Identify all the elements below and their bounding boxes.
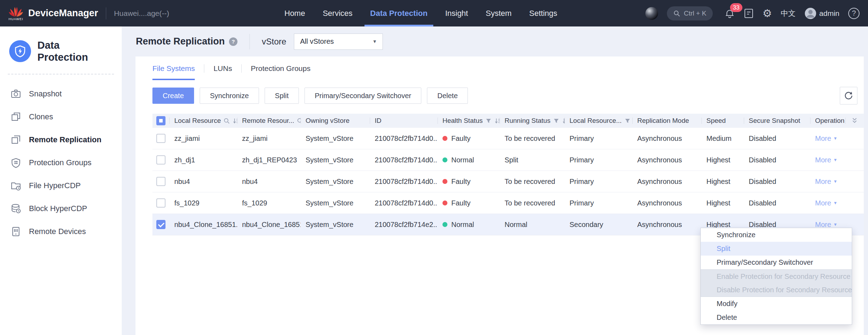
col-running-status: Running Status bbox=[505, 117, 550, 125]
search-icon[interactable] bbox=[297, 118, 301, 124]
table-row[interactable]: zz_jiami zz_jiami System_vStore 210078cf… bbox=[152, 128, 864, 149]
row-checkbox[interactable] bbox=[156, 177, 165, 186]
nav-data-protection[interactable]: Data Protection bbox=[370, 0, 428, 26]
health-status-dot bbox=[442, 179, 447, 184]
cell-owning-vstore: System_vStore bbox=[301, 134, 370, 143]
menu-item-enable-protection: Enable Protection for Secondary Resource bbox=[701, 269, 852, 283]
health-status-dot bbox=[442, 157, 447, 162]
more-button[interactable]: More▼ bbox=[815, 134, 837, 143]
topbar-divider bbox=[106, 7, 106, 19]
cell-replication-mode: Asynchronous bbox=[632, 221, 701, 229]
sidebar-item-label: Block HyperCDP bbox=[29, 204, 87, 213]
cell-running-status: Normal bbox=[500, 221, 565, 229]
nav-insight[interactable]: Insight bbox=[445, 0, 468, 26]
global-search[interactable]: Ctrl + K bbox=[667, 6, 713, 20]
menu-item-delete[interactable]: Delete bbox=[701, 311, 852, 324]
row-checkbox-checked[interactable] bbox=[156, 220, 165, 229]
cell-id: 210078cf2fb714d0... bbox=[370, 156, 438, 164]
sort-icon[interactable] bbox=[494, 118, 500, 124]
tab-luns[interactable]: LUNs bbox=[213, 64, 232, 79]
sidebar-item-label: File HyperCDP bbox=[29, 181, 81, 190]
cell-running-status: Split bbox=[500, 156, 565, 164]
chevron-down-icon: ▼ bbox=[833, 136, 838, 141]
filter-icon[interactable] bbox=[624, 118, 631, 124]
sort-icon[interactable] bbox=[233, 118, 237, 124]
menu-item-disable-protection: Disable Protection for Secondary Resourc… bbox=[701, 283, 852, 297]
cell-secure-snapshot: Disabled bbox=[744, 156, 810, 164]
sidebar-title: Data Protection bbox=[37, 39, 94, 63]
menu-item-split[interactable]: Split bbox=[701, 242, 852, 256]
tab-file-systems[interactable]: File Systems bbox=[152, 64, 195, 80]
synchronize-button[interactable]: Synchronize bbox=[200, 88, 259, 104]
cell-id: 210078cf2fb714e2... bbox=[370, 221, 438, 229]
device-status-icon[interactable] bbox=[645, 7, 658, 20]
title-help-icon[interactable]: ? bbox=[229, 37, 237, 46]
delete-button[interactable]: Delete bbox=[427, 88, 468, 104]
huawei-logo[interactable]: HUAWEI bbox=[8, 6, 23, 21]
row-checkbox[interactable] bbox=[156, 134, 165, 143]
tab-protection-groups[interactable]: Protection Groups bbox=[251, 64, 311, 79]
cell-owning-vstore: System_vStore bbox=[301, 199, 370, 207]
sidebar-item-file-hypercdp[interactable]: File HyperCDP bbox=[0, 174, 122, 197]
nav-home[interactable]: Home bbox=[284, 0, 305, 26]
event-log-icon[interactable] bbox=[744, 8, 754, 19]
filter-icon[interactable] bbox=[485, 118, 492, 124]
shield-bolt-icon bbox=[14, 45, 26, 58]
cell-speed: Highest bbox=[701, 178, 744, 186]
sidebar-item-label: Clones bbox=[29, 112, 53, 121]
sort-icon[interactable] bbox=[562, 118, 565, 124]
cell-speed: Highest bbox=[701, 199, 744, 207]
switchover-button[interactable]: Primary/Secondary Switchover bbox=[305, 88, 421, 104]
col-replication-mode: Replication Mode bbox=[637, 117, 689, 125]
avatar bbox=[804, 7, 816, 19]
sidebar-item-remote-replication[interactable]: Remote Replication bbox=[0, 128, 122, 151]
more-button[interactable]: More▼ bbox=[815, 199, 837, 207]
sidebar-item-clones[interactable]: Clones bbox=[0, 105, 122, 128]
username: admin bbox=[819, 9, 839, 18]
row-checkbox[interactable] bbox=[156, 198, 165, 208]
sidebar-item-snapshot[interactable]: Snapshot bbox=[0, 82, 122, 105]
remote-device-icon bbox=[11, 226, 21, 237]
refresh-button[interactable] bbox=[840, 87, 857, 104]
table-row[interactable]: fs_1029 fs_1029 System_vStore 210078cf2f… bbox=[152, 192, 864, 214]
remote-replication-icon bbox=[11, 134, 21, 145]
nav-system[interactable]: System bbox=[486, 0, 511, 26]
split-button[interactable]: Split bbox=[265, 88, 299, 104]
menu-item-switchover[interactable]: Primary/Secondary Switchover bbox=[701, 256, 852, 269]
search-icon[interactable] bbox=[223, 118, 230, 124]
gear-icon[interactable]: ⚙ bbox=[762, 8, 772, 19]
cell-speed: Highest bbox=[701, 156, 744, 164]
help-button[interactable]: ? bbox=[848, 8, 860, 19]
header-divider bbox=[249, 34, 250, 49]
column-settings-icon[interactable] bbox=[851, 117, 858, 124]
vstore-select[interactable]: All vStores ▼ bbox=[294, 34, 383, 50]
device-name[interactable]: Huawei....age(--) bbox=[114, 9, 169, 18]
more-button[interactable]: More▼ bbox=[815, 156, 837, 164]
create-button[interactable]: Create bbox=[152, 88, 194, 104]
cell-remote-resource: nbu4_Clone_16851... bbox=[237, 221, 301, 229]
sidebar-item-remote-devices[interactable]: Remote Devices bbox=[0, 220, 122, 243]
filter-icon[interactable] bbox=[553, 118, 560, 124]
sidebar-item-block-hypercdp[interactable]: Block HyperCDP bbox=[0, 197, 122, 220]
sidebar-item-label: Remote Replication bbox=[29, 135, 101, 144]
user-menu[interactable]: admin bbox=[804, 7, 839, 19]
sidebar-item-protection-groups[interactable]: Protection Groups bbox=[0, 151, 122, 174]
select-all-checkbox[interactable] bbox=[156, 116, 165, 125]
menu-item-modify[interactable]: Modify bbox=[701, 297, 852, 311]
cell-running-status: To be recovered bbox=[500, 178, 565, 186]
notifications-button[interactable]: 33 bbox=[724, 8, 735, 19]
action-toolbar: Create Synchronize Split Primary/Seconda… bbox=[152, 88, 468, 104]
cell-local-resource: zz_jiami bbox=[169, 134, 237, 143]
folder-clock-icon bbox=[11, 180, 21, 191]
language-toggle[interactable]: 中文 bbox=[781, 8, 796, 18]
shield-group-icon bbox=[11, 157, 21, 168]
menu-item-synchronize[interactable]: Synchronize bbox=[701, 228, 852, 242]
table-row[interactable]: zh_dj1 zh_dj1_REP0423 System_vStore 2100… bbox=[152, 149, 864, 171]
search-shortcut-label: Ctrl + K bbox=[684, 10, 706, 17]
nav-settings[interactable]: Settings bbox=[529, 0, 557, 26]
table-row[interactable]: nbu4 nbu4 System_vStore 210078cf2fb714d0… bbox=[152, 171, 864, 192]
row-checkbox[interactable] bbox=[156, 155, 165, 164]
more-dropdown-menu: Synchronize Split Primary/Secondary Swit… bbox=[700, 228, 852, 325]
nav-services[interactable]: Services bbox=[323, 0, 352, 26]
more-button[interactable]: More▼ bbox=[815, 178, 837, 186]
